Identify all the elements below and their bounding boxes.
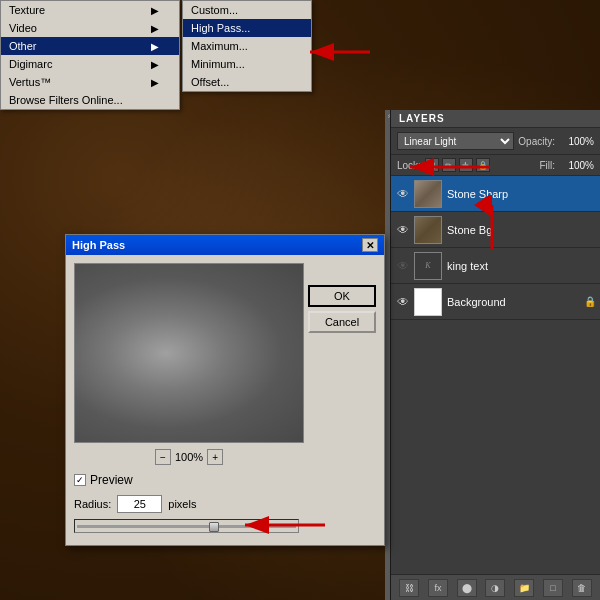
layer-name-background: Background (447, 296, 581, 308)
adjustment-layer-button[interactable]: ◑ (485, 579, 505, 597)
layer-actions-bar: ⛓ fx ⬤ ◑ 📁 □ 🗑 (391, 574, 600, 600)
background-lock-icon: 🔒 (584, 296, 596, 307)
other-arrow-icon: ▶ (151, 41, 159, 52)
submenu-highpass[interactable]: High Pass... (183, 19, 311, 37)
radius-label: Radius: (74, 498, 111, 510)
preview-label: Preview (90, 473, 133, 487)
layer-thumb-stone-bg (414, 216, 442, 244)
filter-menu-digimarc[interactable]: Digimarc ▶ (1, 55, 179, 73)
filter-menu-browse[interactable]: Browse Filters Online... (1, 91, 179, 109)
layer-visibility-stone-bg[interactable]: 👁 (395, 222, 411, 238)
layer-thumb-king-text: K (414, 252, 442, 280)
preview-checkbox-row: ✓ Preview (74, 473, 304, 487)
cancel-button[interactable]: Cancel (308, 311, 376, 333)
layer-name-king-text: king text (447, 260, 596, 272)
submenu-custom[interactable]: Custom... (183, 1, 311, 19)
submenu-maximum[interactable]: Maximum... (183, 37, 311, 55)
zoom-in-button[interactable]: + (207, 449, 223, 465)
zoom-controls: − 100% + (74, 449, 304, 465)
menu-arrow (300, 32, 380, 75)
pixels-label: pixels (168, 498, 196, 510)
link-layers-button[interactable]: ⛓ (399, 579, 419, 597)
fill-label: Fill: (539, 160, 555, 171)
radius-input[interactable] (117, 495, 162, 513)
blend-mode-arrow (400, 152, 500, 185)
layers-controls: Linear Light Opacity: 100% (391, 128, 600, 155)
high-pass-dialog: High Pass ✕ − 100% + ✓ P (65, 234, 385, 546)
layer-visibility-background[interactable]: 👁 (395, 294, 411, 310)
video-arrow-icon: ▶ (151, 23, 159, 34)
layer-visibility-king-text[interactable]: 👁 (395, 258, 411, 274)
dialog-buttons: OK Cancel (308, 285, 376, 333)
texture-arrow-icon: ▶ (151, 5, 159, 16)
filter-menu-vertus[interactable]: Vertus™ ▶ (1, 73, 179, 91)
filter-menu: Texture ▶ Video ▶ Other ▶ Digimarc ▶ Ver… (0, 0, 180, 110)
submenu-offset[interactable]: Offset... (183, 73, 311, 91)
submenu-minimum[interactable]: Minimum... (183, 55, 311, 73)
other-submenu: Custom... High Pass... Maximum... Minimu… (182, 0, 312, 92)
delete-layer-button[interactable]: 🗑 (572, 579, 592, 597)
dialog-title: High Pass (72, 239, 125, 251)
filter-menu-video[interactable]: Video ▶ (1, 19, 179, 37)
dialog-close-button[interactable]: ✕ (362, 238, 378, 252)
zoom-out-button[interactable]: − (155, 449, 171, 465)
layer-mask-button[interactable]: ⬤ (457, 579, 477, 597)
vertus-arrow-icon: ▶ (151, 77, 159, 88)
dialog-body: − 100% + ✓ Preview Radius: pixels (66, 255, 384, 545)
layers-panel-header: LAYERS (391, 110, 600, 128)
radius-arrow (235, 510, 335, 543)
dialog-title-bar: High Pass ✕ (66, 235, 384, 255)
preview-checkbox[interactable]: ✓ (74, 474, 86, 486)
filter-menu-texture[interactable]: Texture ▶ (1, 1, 179, 19)
slider-thumb[interactable] (209, 522, 219, 532)
ok-button[interactable]: OK (308, 285, 376, 307)
zoom-level: 100% (175, 451, 203, 463)
digimarc-arrow-icon: ▶ (151, 59, 159, 70)
preview-area[interactable] (74, 263, 304, 443)
new-group-button[interactable]: 📁 (514, 579, 534, 597)
new-layer-button[interactable]: □ (543, 579, 563, 597)
layer-style-button[interactable]: fx (428, 579, 448, 597)
blend-mode-select[interactable]: Linear Light (397, 132, 514, 150)
layer-visibility-stone-sharp[interactable]: 👁 (395, 186, 411, 202)
filter-menu-other[interactable]: Other ▶ (1, 37, 179, 55)
layer-thumb-background (414, 288, 442, 316)
opacity-value: 100% (559, 136, 594, 147)
layer-item-background[interactable]: 👁 Background 🔒 (391, 284, 600, 320)
stone-sharp-arrow (452, 195, 532, 258)
fill-value: 100% (559, 160, 594, 171)
preview-canvas (75, 264, 303, 442)
opacity-label: Opacity: (518, 136, 555, 147)
